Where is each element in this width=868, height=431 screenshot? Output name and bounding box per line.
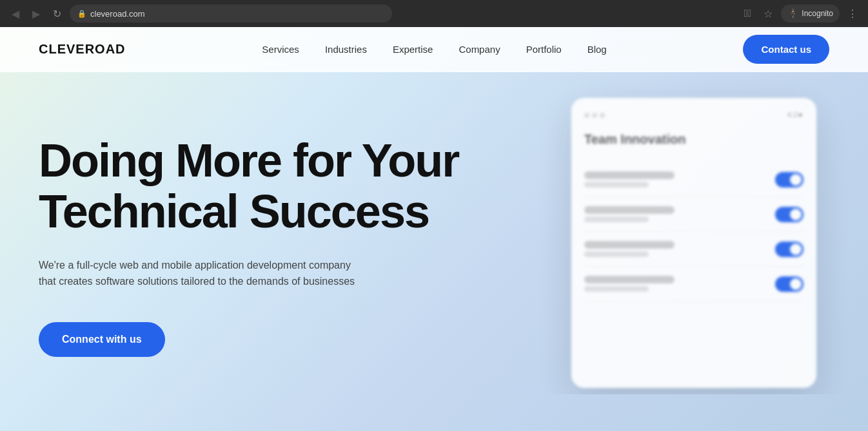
mock-row-4-left [584,276,675,292]
nav-links: Services Industries Expertise Company Po… [262,44,606,55]
nav-link-company[interactable]: Company [459,44,500,55]
mock-row-2-name [584,206,675,214]
hero-title-line1: Doing More for Your [39,135,459,186]
hero-visual: 4.2★ Team Innovation [571,98,842,394]
nav-item-company[interactable]: Company [459,44,500,55]
nav-item-services[interactable]: Services [262,44,299,55]
mock-row-2-left [584,206,675,222]
browser-chrome: ◀ ▶ ↻ 🔒 cleveroad.com 👁̸ ☆ 🕴 Incognito ⋮ [0,0,868,27]
navbar: CLEVEROAD Services Industries Expertise … [0,27,868,72]
mock-card: 4.2★ Team Innovation [571,98,816,388]
mock-header-right: 4.2★ [787,111,804,119]
website: CLEVEROAD Services Industries Expertise … [0,27,868,431]
hero-subtitle: We're a full-cycle web and mobile applic… [39,257,361,290]
mock-row-4-name [584,276,675,283]
mock-row-2-sub [584,216,649,222]
url-text: cleveroad.com [90,9,145,19]
hero-section: Doing More for Your Technical Success We… [0,72,868,394]
eye-slash-icon[interactable]: 👁̸ [740,6,755,21]
nav-link-industries[interactable]: Industries [325,44,367,55]
hero-content: Doing More for Your Technical Success We… [39,135,587,357]
bookmark-icon[interactable]: ☆ [760,6,776,21]
connect-with-us-button[interactable]: Connect with us [39,322,165,357]
mock-row-3-left [584,241,675,257]
incognito-icon: 🕴 [787,8,798,19]
mock-row-1-sub [584,182,649,187]
incognito-button[interactable]: 🕴 Incognito [781,5,840,23]
mock-dots [584,113,605,118]
site-logo[interactable]: CLEVEROAD [39,42,126,57]
mock-toggle-3 [775,242,804,257]
mock-row-3-sub [584,251,649,257]
mock-row-3-name [584,241,675,249]
reload-button[interactable]: ↻ [49,6,64,21]
address-bar[interactable]: 🔒 cleveroad.com [70,5,392,23]
mock-row-1-left [584,171,675,187]
mock-row-3 [584,232,804,267]
mock-row-1-name [584,171,675,179]
mock-row-1 [584,162,804,197]
nav-item-portfolio[interactable]: Portfolio [526,44,562,55]
hero-title: Doing More for Your Technical Success [39,135,587,237]
nav-item-industries[interactable]: Industries [325,44,367,55]
browser-actions: 👁̸ ☆ 🕴 Incognito ⋮ [740,5,860,23]
mock-row-4 [584,267,804,302]
mock-card-title: Team Innovation [584,132,804,147]
lock-icon: 🔒 [77,10,86,18]
mock-dot-2 [592,113,597,118]
nav-item-blog[interactable]: Blog [587,44,607,55]
nav-link-services[interactable]: Services [262,44,299,55]
nav-link-expertise[interactable]: Expertise [393,44,433,55]
mock-dot-1 [584,113,589,118]
mock-card-header: 4.2★ [584,111,804,119]
mock-row-2 [584,197,804,232]
mock-toggle-1 [775,172,804,187]
nav-link-portfolio[interactable]: Portfolio [526,44,562,55]
nav-link-blog[interactable]: Blog [587,44,607,55]
mock-toggle-2 [775,207,804,222]
browser-menu-button[interactable]: ⋮ [845,6,860,21]
mock-row-4-sub [584,286,649,292]
incognito-label: Incognito [802,9,833,18]
nav-item-expertise[interactable]: Expertise [393,44,433,55]
contact-us-button[interactable]: Contact us [743,35,829,64]
mock-dot-3 [600,113,605,118]
mock-toggle-4 [775,276,804,292]
forward-button[interactable]: ▶ [28,6,44,21]
hero-title-line2: Technical Success [39,186,429,237]
back-button[interactable]: ◀ [8,6,23,21]
